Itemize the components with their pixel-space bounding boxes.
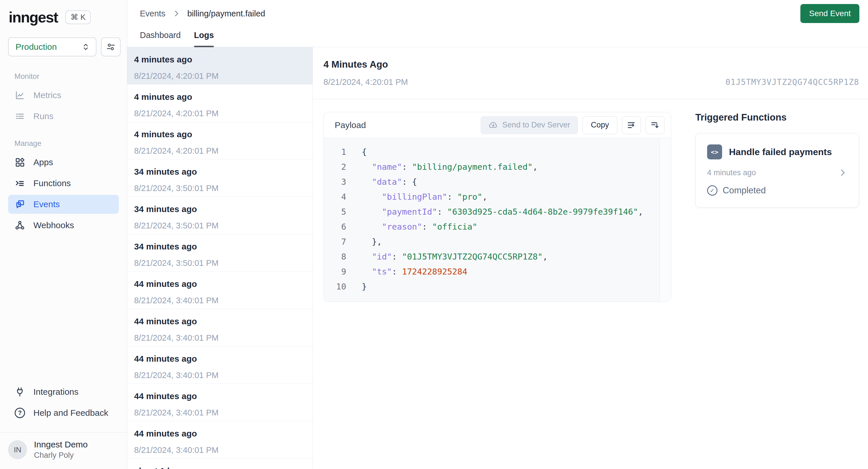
code-function-icon bbox=[707, 145, 722, 159]
sidebar-item-label: Apps bbox=[33, 157, 53, 167]
sidebar-item-runs[interactable]: Runs bbox=[8, 107, 119, 126]
event-id: 01J5TMY3VJTZ2QG74QCC5RP1Z8 bbox=[725, 77, 859, 87]
lines-arrow-down-icon bbox=[650, 120, 660, 130]
event-list-item[interactable]: 4 minutes ago 8/21/2024, 4:20:01 PM bbox=[127, 122, 313, 159]
event-detail-header: 4 Minutes Ago 8/21/2024, 4:20:01 PM 01J5… bbox=[313, 47, 868, 99]
sidebar: inngest ⌘ K Production Monitor bbox=[0, 0, 127, 469]
breadcrumb-events-link[interactable]: Events bbox=[140, 9, 165, 19]
event-list-item[interactable]: 44 minutes ago 8/21/2024, 3:40:01 PM bbox=[127, 272, 313, 309]
org-name: Inngest Demo bbox=[34, 440, 88, 449]
line-content: { bbox=[346, 145, 367, 159]
word-wrap-button[interactable] bbox=[622, 116, 641, 134]
send-to-dev-server-button[interactable]: Send to Dev Server bbox=[480, 116, 578, 134]
sidebar-item-help-and-feedback[interactable]: Help and Feedback bbox=[8, 403, 119, 423]
event-timestamp: 8/21/2024, 3:50:01 PM bbox=[134, 258, 306, 268]
event-timestamp: 8/21/2024, 4:20:01 PM bbox=[134, 71, 306, 81]
event-list-item[interactable]: 34 minutes ago 8/21/2024, 3:50:01 PM bbox=[127, 234, 313, 272]
triggered-functions-title: Triggered Functions bbox=[695, 112, 859, 123]
user-account[interactable]: IN Inngest Demo Charly Poly bbox=[0, 433, 127, 469]
topbar: Events billing/payment.failed Send Event bbox=[127, 0, 868, 27]
code-line: 8 "id": "01J5TMY3VJTZ2QG74QCC5RP1Z8", bbox=[324, 249, 671, 264]
code-line: 9 "ts": 1724228925284 bbox=[324, 264, 671, 279]
line-content: "data": { bbox=[346, 175, 417, 189]
event-list-item[interactable]: 4 minutes ago 8/21/2024, 4:20:01 PM bbox=[127, 85, 313, 122]
event-timestamp: 8/21/2024, 3:50:01 PM bbox=[134, 221, 306, 230]
environment-selector[interactable]: Production bbox=[8, 37, 96, 56]
send-event-button[interactable]: Send Event bbox=[800, 4, 859, 23]
triggered-function-card[interactable]: Handle failed payments 4 minutes ago C bbox=[695, 133, 859, 208]
line-number: 7 bbox=[324, 234, 346, 249]
environment-filter-button[interactable] bbox=[101, 37, 121, 56]
line-number: 9 bbox=[324, 264, 346, 279]
event-timestamp: 8/21/2024, 3:40:01 PM bbox=[134, 333, 306, 343]
word-wrap-icon bbox=[626, 120, 636, 130]
line-number: 8 bbox=[324, 249, 346, 264]
runs-queue-icon bbox=[14, 111, 25, 121]
tab-dashboard[interactable]: Dashboard bbox=[140, 27, 181, 47]
webhooks-icon bbox=[14, 220, 25, 230]
event-list-item[interactable]: 44 minutes ago 8/21/2024, 3:40:01 PM bbox=[127, 309, 313, 346]
event-list-item[interactable]: 34 minutes ago 8/21/2024, 3:50:01 PM bbox=[127, 197, 313, 234]
help-circle-icon bbox=[14, 408, 25, 418]
event-list-item[interactable]: 44 minutes ago 8/21/2024, 3:40:01 PM bbox=[127, 384, 313, 421]
copy-button[interactable]: Copy bbox=[583, 116, 617, 134]
inngest-logo: inngest bbox=[9, 9, 58, 26]
send-to-dev-server-label: Send to Dev Server bbox=[502, 121, 570, 129]
sidebar-item-metrics[interactable]: Metrics bbox=[8, 86, 119, 105]
apps-grid-icon bbox=[14, 157, 25, 167]
chevron-up-down-icon bbox=[81, 42, 91, 52]
tab-logs[interactable]: Logs bbox=[194, 27, 214, 47]
sidebar-nav: Monitor Metrics Runs Manage Apps bbox=[0, 56, 127, 237]
sidebar-item-events[interactable]: Events bbox=[8, 195, 119, 214]
user-info: Inngest Demo Charly Poly bbox=[34, 440, 88, 460]
app-root: inngest ⌘ K Production Monitor bbox=[0, 0, 868, 469]
line-content: "id": "01J5TMY3VJTZ2QG74QCC5RP1Z8", bbox=[346, 249, 548, 264]
event-relative-time: 34 minutes ago bbox=[134, 204, 306, 214]
sidebar-item-apps[interactable]: Apps bbox=[8, 153, 119, 172]
event-list-item[interactable]: 4 minutes ago 8/21/2024, 4:20:01 PM bbox=[127, 47, 313, 85]
event-timestamp: 8/21/2024, 3:50:01 PM bbox=[134, 184, 306, 193]
line-number: 6 bbox=[324, 219, 346, 234]
event-detail-title: 4 Minutes Ago bbox=[323, 59, 859, 70]
code-line: 3 "data": { bbox=[324, 175, 671, 189]
command-k-label: ⌘ K bbox=[70, 13, 86, 22]
status-label: Completed bbox=[723, 185, 766, 196]
metrics-chart-icon bbox=[14, 90, 25, 100]
event-detail-timestamp: 8/21/2024, 4:20:01 PM bbox=[323, 77, 408, 87]
code-line: 4 "billingPlan": "pro", bbox=[324, 189, 671, 204]
payload-title: Payload bbox=[335, 120, 366, 130]
line-content: "name": "billing/payment.failed", bbox=[346, 159, 537, 175]
event-relative-time: 4 minutes ago bbox=[134, 92, 306, 102]
event-timestamp: 8/21/2024, 3:40:01 PM bbox=[134, 445, 306, 455]
sidebar-item-label: Events bbox=[33, 199, 60, 209]
breadcrumb-current: billing/payment.failed bbox=[187, 9, 265, 19]
line-number: 3 bbox=[324, 175, 346, 189]
line-content: } bbox=[346, 279, 367, 294]
section-label-manage: Manage bbox=[8, 135, 119, 151]
payload-actions: Send to Dev Server Copy bbox=[480, 116, 664, 134]
code-scrollbar[interactable] bbox=[659, 138, 671, 302]
line-content: "paymentId": "6303d925-cda5-4d64-8b2e-99… bbox=[346, 204, 643, 219]
sidebar-item-functions[interactable]: Functions bbox=[8, 174, 119, 193]
event-timestamp: 8/21/2024, 4:20:01 PM bbox=[134, 109, 306, 118]
event-relative-time: 34 minutes ago bbox=[134, 242, 306, 251]
event-list-item[interactable]: 34 minutes ago 8/21/2024, 3:50:01 PM bbox=[127, 159, 313, 197]
event-timestamp: 8/21/2024, 4:20:01 PM bbox=[134, 146, 306, 156]
chevron-right-icon bbox=[173, 9, 181, 18]
sidebar-item-integrations[interactable]: Integrations bbox=[8, 382, 119, 401]
triggered-functions-panel: Triggered Functions Handle failed paymen… bbox=[695, 112, 859, 208]
event-relative-time: 34 minutes ago bbox=[134, 167, 306, 177]
events-icon bbox=[14, 199, 25, 210]
sidebar-item-label: Integrations bbox=[33, 387, 79, 397]
scroll-to-bottom-button[interactable] bbox=[646, 116, 664, 134]
event-list-item[interactable]: 44 minutes ago 8/21/2024, 3:40:01 PM bbox=[127, 346, 313, 384]
line-number: 4 bbox=[324, 189, 346, 204]
event-timestamp: 8/21/2024, 3:40:01 PM bbox=[134, 408, 306, 417]
main-area: Events billing/payment.failed Send Event… bbox=[127, 0, 868, 469]
command-k-shortcut[interactable]: ⌘ K bbox=[65, 10, 91, 24]
sidebar-item-webhooks[interactable]: Webhooks bbox=[8, 216, 119, 235]
event-timestamp: 8/21/2024, 3:40:01 PM bbox=[134, 296, 306, 305]
line-number: 10 bbox=[324, 279, 346, 294]
event-list-item[interactable]: about 1 hour ago bbox=[127, 459, 313, 469]
event-list-item[interactable]: 44 minutes ago 8/21/2024, 3:40:01 PM bbox=[127, 421, 313, 459]
